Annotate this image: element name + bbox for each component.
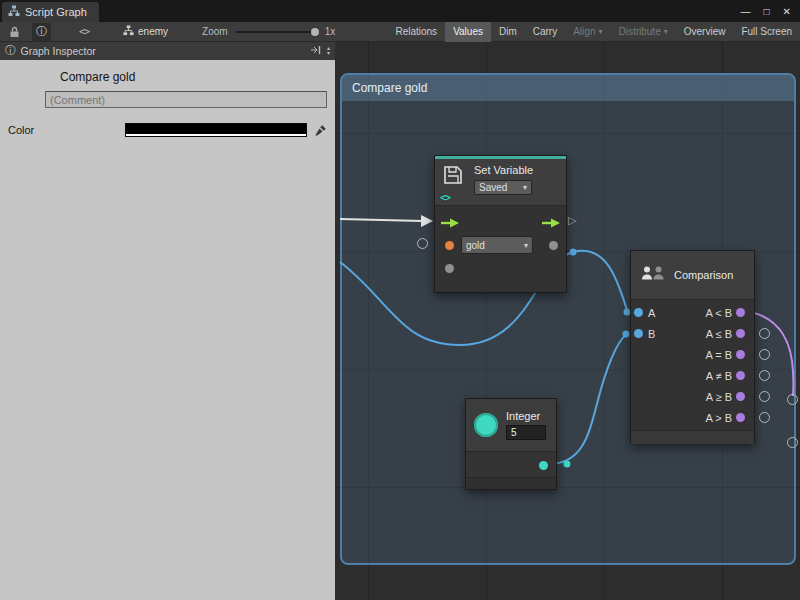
graph-asset-icon: [123, 25, 134, 38]
output-a-greaterequal-b-port[interactable]: [736, 392, 745, 401]
output-label: A ≤ B: [706, 328, 732, 340]
values-button[interactable]: Values: [445, 22, 491, 42]
inspector-body: Compare gold Color: [0, 60, 335, 137]
distribute-button[interactable]: Distribute▾: [610, 22, 675, 42]
window-tab-bar: Script Graph — □ ✕: [0, 0, 800, 22]
comparison-icon: [640, 263, 666, 287]
offscreen-input-circle[interactable]: [787, 394, 798, 405]
output-a-greater-b-port[interactable]: [736, 413, 745, 422]
comparison-footer: [631, 430, 754, 444]
code-view-button[interactable]: <>: [75, 23, 93, 41]
node-title: Integer: [506, 410, 546, 422]
color-field-row: Color: [0, 123, 335, 137]
integer-node[interactable]: Integer 5: [465, 398, 557, 490]
comparison-row: A A < B: [631, 302, 754, 323]
flow-output-port[interactable]: [541, 217, 561, 229]
maximize-icon[interactable]: □: [764, 6, 770, 17]
comparison-row: A ≥ B: [631, 386, 754, 407]
chevron-down-icon: ▾: [523, 183, 527, 192]
color-label: Color: [8, 124, 125, 136]
zoom-slider[interactable]: [236, 31, 316, 33]
comparison-row: A ≠ B: [631, 365, 754, 386]
flow-input-port[interactable]: [440, 217, 460, 229]
inspector-toggle-button[interactable]: ⓘ: [32, 23, 51, 41]
chevron-down-icon: ▾: [524, 241, 528, 250]
dock-panel-icon[interactable]: [310, 45, 321, 57]
set-variable-node[interactable]: <> Set Variable Saved ▾ gold ▾: [434, 155, 567, 293]
input-b-port[interactable]: [634, 329, 643, 338]
integer-icon: [474, 413, 498, 437]
integer-output-port[interactable]: [539, 461, 548, 470]
integer-footer: [466, 451, 556, 477]
output-label: A ≠ B: [706, 370, 732, 382]
scroll-down-icon[interactable]: ▾: [327, 51, 330, 56]
input-a-port[interactable]: [634, 308, 643, 317]
tab-title: Script Graph: [25, 6, 87, 18]
unconnected-port-circle[interactable]: [759, 370, 770, 381]
graph-name: enemy: [138, 26, 168, 37]
script-graph-icon: [8, 5, 20, 19]
output-label: A = B: [705, 349, 732, 361]
info-icon: ⓘ: [5, 44, 16, 58]
graph-canvas[interactable]: Compare gold <> Set Variable Saved: [335, 42, 800, 600]
comment-input[interactable]: [45, 91, 327, 108]
output-a-lessequal-b-port[interactable]: [736, 329, 745, 338]
zoom-slider-handle[interactable]: [311, 28, 319, 36]
integer-main: Integer 5: [466, 399, 556, 451]
node-title: Comparison: [674, 269, 733, 281]
save-variable-icon: <>: [442, 164, 466, 200]
code-badge-icon: <>: [440, 192, 450, 203]
variable-kind-dropdown[interactable]: Saved ▾: [474, 180, 532, 195]
graph-breadcrumb[interactable]: enemy: [123, 25, 168, 38]
output-a-notequal-b-port[interactable]: [736, 371, 745, 380]
overview-button[interactable]: Overview: [676, 22, 734, 42]
unconnected-port-circle[interactable]: [759, 412, 770, 423]
script-graph-tab[interactable]: Script Graph: [2, 2, 99, 22]
zoom-value: 1x: [325, 26, 336, 37]
value-input-port[interactable]: [445, 264, 454, 273]
graph-toolbar: ⓘ <> enemy Zoom 1x Relations Values Dim …: [0, 22, 800, 42]
unconnected-port-circle[interactable]: [759, 391, 770, 402]
output-a-less-b-port[interactable]: [736, 308, 745, 317]
output-label: A > B: [705, 412, 732, 424]
unconnected-port-circle[interactable]: [417, 238, 428, 249]
input-a-label: A: [648, 307, 655, 319]
integer-value-input[interactable]: 5: [506, 425, 546, 440]
carry-button[interactable]: Carry: [525, 22, 565, 42]
variable-name-port[interactable]: [445, 241, 454, 250]
offscreen-input-circle[interactable]: [787, 437, 798, 448]
output-label: A < B: [705, 307, 732, 319]
set-variable-body: gold ▾: [435, 205, 566, 292]
node-title: Set Variable: [474, 164, 533, 176]
input-b-label: B: [648, 328, 655, 340]
comparison-body: A A < B B A ≤ B A = B A ≠ B A ≥ B: [631, 299, 754, 430]
close-icon[interactable]: ✕: [783, 6, 791, 17]
lock-icon[interactable]: [5, 23, 24, 41]
group-title: Compare gold: [352, 81, 427, 95]
graph-inspector-panel: ⓘ Graph Inspector ▴ ▾ Compare gold Color: [0, 42, 335, 600]
relations-button[interactable]: Relations: [387, 22, 445, 42]
align-button[interactable]: Align▾: [565, 22, 610, 42]
comparison-header: Comparison: [631, 251, 754, 299]
graph-inspector-title: Graph Inspector: [21, 45, 96, 57]
panel-scroll-stepper[interactable]: ▴ ▾: [327, 46, 330, 56]
full-screen-button[interactable]: Full Screen: [733, 22, 800, 42]
toolbar-buttons: Relations Values Dim Carry Align▾ Distri…: [387, 22, 800, 42]
comparison-row: A = B: [631, 344, 754, 365]
selected-graph-title: Compare gold: [60, 70, 335, 84]
comparison-node[interactable]: Comparison A A < B B A ≤ B A = B A ≠ B: [630, 250, 755, 444]
eyedropper-icon[interactable]: [314, 124, 327, 137]
output-a-equal-b-port[interactable]: [736, 350, 745, 359]
flow-continue-triangle[interactable]: ▷: [568, 215, 576, 226]
variable-select-dropdown[interactable]: gold ▾: [461, 236, 533, 254]
minimize-icon[interactable]: —: [741, 6, 751, 17]
dim-button[interactable]: Dim: [491, 22, 525, 42]
unconnected-port-circle[interactable]: [759, 328, 770, 339]
chevron-down-icon: ▾: [598, 27, 602, 36]
integer-strip: [466, 477, 556, 489]
color-swatch[interactable]: [125, 123, 307, 137]
graph-inspector-header: ⓘ Graph Inspector ▴ ▾: [0, 42, 335, 60]
unconnected-port-circle[interactable]: [759, 349, 770, 360]
group-header[interactable]: Compare gold: [342, 75, 794, 101]
variable-value-output-port[interactable]: [549, 241, 558, 250]
